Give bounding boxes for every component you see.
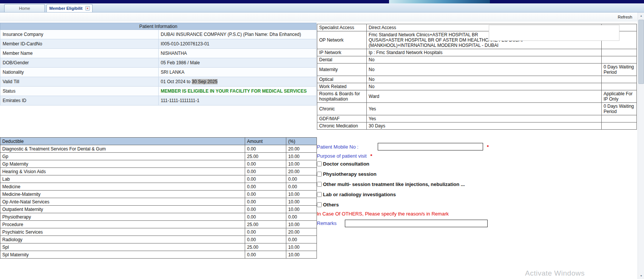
purpose-option-label: Doctor consultation xyxy=(323,161,369,167)
purpose-option[interactable]: Other multi- session treatment like inje… xyxy=(317,181,494,187)
tab-bar: Home Member Eligibilit ✕ xyxy=(0,3,644,12)
deductible-row: Radiology0.000.00 xyxy=(0,236,317,243)
purpose-options: Doctor consultationPhysiotherapy session… xyxy=(317,161,494,207)
benefit-label: IP Network xyxy=(317,49,367,56)
deductible-percent: 10.00 xyxy=(286,251,317,259)
benefit-value: No xyxy=(367,56,602,64)
purpose-option[interactable]: Physiotherapy session xyxy=(317,171,494,177)
deductible-name: Hearing & Vision Aids xyxy=(0,168,245,175)
scrollbar-thumb[interactable] xyxy=(638,20,644,84)
deductible-row: Outpatient Maternity0.0010.00 xyxy=(0,206,317,213)
patient-info-row: Valid Till01 Oct 2024 to 30 Sep 2025 xyxy=(0,77,317,87)
patient-info-row: StatusMEMBER IS ELIGIBLE IN YOUR FACILIT… xyxy=(0,87,317,96)
deductible-name: Medicine-Maternity xyxy=(0,191,245,198)
field-value: NISHANTHA xyxy=(158,49,317,58)
field-value: 111-1111-1111111-1 xyxy=(158,96,317,105)
purpose-checkbox[interactable] xyxy=(317,202,322,207)
deductible-amount: 0.00 xyxy=(245,251,286,259)
remarks-label: Remarks xyxy=(317,220,345,226)
deductible-header-row: Deductible Amount (%) xyxy=(0,138,317,145)
purpose-checkbox[interactable] xyxy=(317,161,322,166)
deductible-panel: Deductible Amount (%) Diagnostic & Treat… xyxy=(0,137,317,259)
deductible-percent: 0.00 xyxy=(286,213,317,221)
purpose-option[interactable]: Lab or radiology investigations xyxy=(317,192,494,197)
benefit-label: Work Related xyxy=(317,83,367,90)
banner-photo xyxy=(389,0,490,3)
deductible-amount: 25.00 xyxy=(245,221,286,228)
benefit-label: Specialist Access xyxy=(317,24,367,31)
field-value: SRI LANKA xyxy=(158,68,317,77)
patient-info-header: Patient Information xyxy=(0,23,317,30)
benefit-label: Chronic Medication xyxy=(317,122,367,130)
amount-col-header: Amount xyxy=(245,138,286,145)
patient-mobile-row: Patient Mobile No : * xyxy=(317,143,494,151)
purpose-checkbox[interactable] xyxy=(317,192,322,197)
purpose-checkbox[interactable] xyxy=(317,182,322,187)
patient-info-row: Emirates ID111-1111-1111111-1 xyxy=(0,96,317,105)
field-value: MEMBER IS ELIGIBLE IN YOUR FACILITY FOR … xyxy=(158,87,317,96)
patient-mobile-input[interactable] xyxy=(378,143,483,150)
deductible-name: Radiology xyxy=(0,236,245,243)
deductible-row: Medicine0.000.00 xyxy=(0,183,317,191)
deductible-amount: 0.00 xyxy=(245,206,286,213)
deductible-amount: 0.00 xyxy=(245,228,286,236)
deductible-row: Psychiatric Services0.0020.00 xyxy=(0,228,317,236)
patient-info-body: Insurance CompanyDUBAI INSURANCE COMPANY… xyxy=(0,30,317,105)
required-asterisk: * xyxy=(487,144,489,150)
purpose-option[interactable]: Doctor consultation xyxy=(317,161,494,166)
benefit-label: Rooms & Boards for hospitalisation xyxy=(317,90,367,103)
benefit-note xyxy=(602,122,637,130)
deductible-row: Hearing & Vision Aids0.0020.00 xyxy=(0,168,317,175)
deductible-percent: 0.00 xyxy=(286,236,317,243)
deductible-percent: 20.00 xyxy=(286,228,317,236)
deductible-table: Deductible Amount (%) Diagnostic & Treat… xyxy=(0,137,317,259)
purpose-option[interactable]: Others xyxy=(317,202,494,207)
field-label: Emirates ID xyxy=(0,96,159,105)
member-eligibility-screen: Home Member Eligibilit ✕ Refresh Patient… xyxy=(0,0,644,279)
benefit-note xyxy=(602,76,637,83)
deductible-percent: 10.00 xyxy=(286,191,317,198)
highlighted-date: 30 Sep 2025 xyxy=(192,79,218,84)
patient-info-table: Patient Information Insurance CompanyDUB… xyxy=(0,23,317,105)
deductible-body: Diagnostic & Treatment Services For Dent… xyxy=(0,145,317,259)
benefit-value: Yes xyxy=(367,103,602,115)
purpose-option-label: Other multi- session treatment like inje… xyxy=(323,181,465,187)
deductible-name: Diagnostic & Treatment Services For Dent… xyxy=(0,145,245,153)
deductible-amount: 0.00 xyxy=(245,168,286,175)
scroll-up-icon[interactable]: ▲ xyxy=(638,12,644,19)
field-label: Member Name xyxy=(0,49,159,58)
scroll-down-icon[interactable]: ▼ xyxy=(638,273,644,279)
field-label: DOB/Gender xyxy=(0,58,159,68)
patient-info-row: DOB/Gender05 Feb 1986 / Male xyxy=(0,58,317,68)
benefit-note: 0 Days Waiting Period xyxy=(602,103,637,115)
vertical-scrollbar[interactable]: ▲ ▼ xyxy=(638,12,644,279)
benefit-value: No xyxy=(367,83,602,90)
deductible-row: Physiotherapy0.000.00 xyxy=(0,213,317,221)
benefit-note xyxy=(602,49,637,56)
patient-info-panel: Patient Information Insurance CompanyDUB… xyxy=(0,23,317,105)
benefit-row: MaternityNo0 Days Waiting Period xyxy=(317,64,637,76)
deductible-amount: 0.00 xyxy=(245,191,286,198)
deductible-name: Spl xyxy=(0,243,245,251)
deductible-percent: 20.00 xyxy=(286,168,317,175)
purpose-checkbox[interactable] xyxy=(317,172,322,177)
remarks-row: Remarks xyxy=(317,219,494,227)
close-icon[interactable]: ✕ xyxy=(85,6,90,11)
field-value: 01 Oct 2024 to 30 Sep 2025 xyxy=(158,77,317,87)
deductible-row: Procedure25.0010.00 xyxy=(0,221,317,228)
deductible-amount: 0.00 xyxy=(245,175,286,183)
field-value: I005-010-120076123-01 xyxy=(158,39,317,49)
deductible-amount: 0.00 xyxy=(245,213,286,221)
deductible-name: Lab xyxy=(0,175,245,183)
benefit-note: 0 Days Waiting Period xyxy=(602,64,637,76)
deductible-amount: 0.00 xyxy=(245,236,286,243)
benefit-value: No xyxy=(367,76,602,83)
patient-info-row: Insurance CompanyDUBAI INSURANCE COMPANY… xyxy=(0,30,317,39)
deductible-row: Lab0.000.00 xyxy=(0,175,317,183)
deductible-name: Spl Maternity xyxy=(0,251,245,259)
tab-home[interactable]: Home xyxy=(4,4,45,12)
refresh-button[interactable]: Refresh xyxy=(618,15,632,19)
deductible-name: Physiotherapy xyxy=(0,213,245,221)
tab-member-eligibility[interactable]: Member Eligibilit ✕ xyxy=(46,4,93,12)
remarks-input[interactable] xyxy=(345,220,488,227)
